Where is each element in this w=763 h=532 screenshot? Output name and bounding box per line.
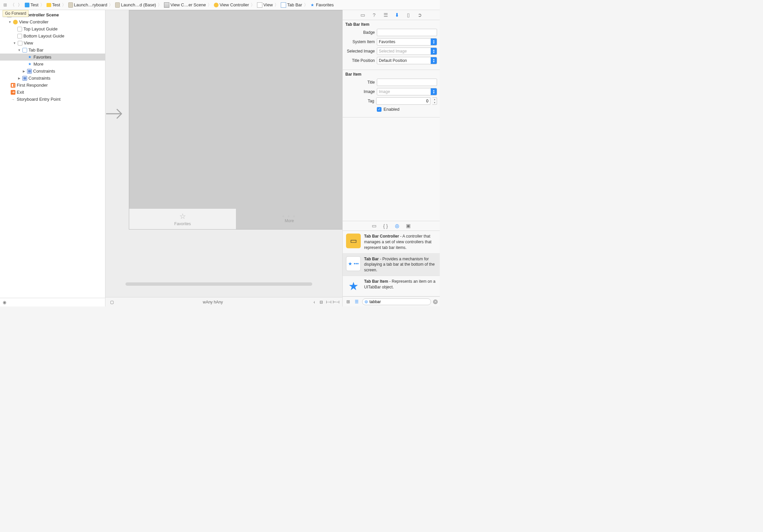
section-title: Bar Item: [345, 72, 437, 77]
title-field[interactable]: [377, 79, 437, 86]
canvas-footer: ▢ wAny hAny ⫞ ⊟ ⊦⊣ ⊢⊣: [105, 297, 342, 306]
first-responder-icon: ◧: [11, 83, 15, 88]
tag-stepper[interactable]: ▴▾: [432, 97, 437, 105]
tabbaritem-icon: ★: [346, 279, 361, 293]
section-title: Tab Bar Item: [345, 22, 437, 27]
title-label: Title: [345, 80, 375, 85]
library-item-tabbar[interactable]: ★ ••• Tab Bar - Provides a mechanism for…: [343, 254, 440, 276]
connections-inspector-icon[interactable]: ➲: [416, 12, 423, 18]
crumb-view[interactable]: View〉: [257, 2, 279, 8]
library-search[interactable]: ⊚: [362, 298, 431, 305]
outline-entry-point[interactable]: →Storyboard Entry Point: [0, 96, 105, 103]
attributes-inspector-icon[interactable]: ⬇: [394, 12, 400, 18]
library-search-input[interactable]: [369, 299, 429, 304]
outline-viewcontroller[interactable]: View Controller: [0, 18, 105, 25]
tag-field[interactable]: [376, 97, 430, 105]
library-tabs: ▭ { } ◎ ▣: [343, 221, 440, 231]
identity-inspector-icon[interactable]: ☰: [382, 12, 389, 18]
nav-forward-icon[interactable]: 〉: [17, 2, 23, 8]
selected-image-label: Selected Image: [345, 49, 375, 54]
related-items-icon[interactable]: ⊞: [2, 2, 8, 7]
chevron-updown-icon: ▴▾: [431, 88, 437, 95]
view-icon: [18, 41, 22, 46]
tabbar-thumb-icon: ★ •••: [346, 256, 361, 271]
exit-icon: ➔: [11, 90, 15, 95]
image-label: Image: [345, 89, 375, 94]
chevron-updown-icon: ▴▾: [431, 48, 437, 55]
file-template-tab-icon[interactable]: ▭: [371, 223, 377, 229]
enabled-checkbox[interactable]: ✓: [377, 107, 382, 112]
outline-favorites[interactable]: ★Favorites: [0, 54, 105, 61]
outline-constraints-inner[interactable]: ▦Constraints: [0, 68, 105, 75]
system-item-select[interactable]: Favorites ▴▾: [377, 38, 437, 46]
code-snippet-tab-icon[interactable]: { }: [382, 223, 389, 229]
library-grid-view-icon[interactable]: ⊞: [345, 299, 351, 304]
size-class-control[interactable]: wAny hAny: [115, 300, 310, 304]
outline-bottom-layout-guide[interactable]: Bottom Layout Guide: [0, 32, 105, 39]
crumb-scene[interactable]: View C…er Scene〉: [164, 2, 213, 8]
step-up-icon: ▴: [432, 98, 437, 101]
constraints-icon: ▦: [22, 76, 27, 81]
crumb-tabbar[interactable]: Tab Bar〉: [281, 2, 309, 8]
crumb-project[interactable]: Test〉: [25, 2, 45, 8]
outline-more[interactable]: ★More: [0, 61, 105, 68]
ib-canvas[interactable]: ☆ Favorites ○ ○ ○ More: [105, 10, 342, 297]
guide-icon: [17, 27, 22, 31]
library-footer: ⊞ ☰ ⊚ ✕: [343, 296, 440, 306]
library-list-view-icon[interactable]: ☰: [353, 299, 360, 304]
tab-bar-item-section: Tab Bar Item Badge System Item Favorites…: [343, 20, 440, 70]
library-item-tabbarcontroller[interactable]: ▭ Tab Bar Controller - A controller that…: [343, 231, 440, 253]
clear-search-icon[interactable]: ✕: [433, 299, 438, 304]
resolve-tool-icon[interactable]: ⊦⊣: [325, 300, 332, 304]
crumb-favorites[interactable]: Favorites: [310, 2, 334, 7]
outline-first-responder[interactable]: ◧First Responder: [0, 82, 105, 89]
outline-view[interactable]: View: [0, 39, 105, 47]
tabbar-icon: [22, 48, 27, 53]
enabled-label: Enabled: [384, 107, 400, 112]
viewcontroller-icon: [13, 20, 18, 24]
pin-tool-icon[interactable]: ⊟: [318, 300, 325, 304]
star-outline-icon: ☆: [179, 212, 186, 221]
file-inspector-icon[interactable]: ▭: [359, 12, 366, 18]
horizontal-scrollbar[interactable]: [125, 282, 312, 286]
chevron-updown-icon: ▴▾: [431, 57, 437, 64]
star-icon: ★: [27, 55, 32, 60]
bar-item-section: Bar Item Title Image Image ▴▾ Tag ▴▾: [343, 70, 440, 117]
breadcrumb: Test〉 Test〉 Launch…ryboard〉 Launch…d (Ba…: [25, 2, 438, 8]
document-outline: View Controller Scene View Controller To…: [0, 10, 105, 306]
title-position-select[interactable]: Default Position ▴▾: [377, 57, 437, 64]
filter-icon[interactable]: ◉: [3, 300, 6, 305]
crumb-file1[interactable]: Launch…ryboard〉: [68, 2, 114, 8]
crumb-viewcontroller[interactable]: View Controller〉: [214, 2, 256, 8]
crumb-file2[interactable]: Launch…d (Base)〉: [115, 2, 163, 8]
image-select[interactable]: Image ▴▾: [377, 88, 437, 95]
tabbar-preview: ☆ Favorites ○ ○ ○ More: [129, 208, 342, 229]
search-icon: ⊚: [364, 299, 368, 304]
align-tool-icon[interactable]: ⫞: [310, 300, 318, 304]
outline-top-layout-guide[interactable]: Top Layout Guide: [0, 25, 105, 32]
library-item-tabbaritem[interactable]: ★ Tab Bar Item - Represents an item on a…: [343, 276, 440, 296]
object-library-tab-icon[interactable]: ◎: [394, 223, 400, 229]
outline-exit[interactable]: ➔Exit: [0, 89, 105, 96]
toggle-outline-button[interactable]: ▢: [108, 300, 115, 304]
resize-tool-icon[interactable]: ⊢⊣: [332, 300, 340, 304]
size-inspector-icon[interactable]: ▯: [405, 12, 412, 18]
help-inspector-icon[interactable]: ?: [371, 12, 377, 18]
outline-tabbar[interactable]: Tab Bar: [0, 47, 105, 54]
crumb-folder[interactable]: Test〉: [47, 2, 67, 8]
tab-more[interactable]: ○ ○ ○ More: [236, 208, 342, 229]
canvas-area: ☆ Favorites ○ ○ ○ More ▢ wAny hAny: [105, 10, 343, 306]
badge-field[interactable]: [377, 29, 437, 36]
tag-label: Tag: [345, 99, 374, 103]
badge-label: Badge: [345, 30, 375, 35]
object-library-list: ▭ Tab Bar Controller - A controller that…: [343, 231, 440, 296]
tab-favorites[interactable]: ☆ Favorites: [129, 208, 236, 229]
selected-image-select[interactable]: Selected Image ▴▾: [377, 48, 437, 55]
media-library-tab-icon[interactable]: ▣: [405, 223, 412, 229]
entry-point-icon: →: [11, 97, 15, 102]
constraints-icon: ▦: [27, 69, 32, 74]
nav-back-icon[interactable]: 〈: [9, 2, 15, 8]
outline-constraints-outer[interactable]: ▦Constraints: [0, 75, 105, 82]
breadcrumb-bar: ⊞ 〈 〉 Test〉 Test〉 Launch…ryboard〉 Launch…: [0, 0, 440, 10]
viewcontroller-canvas[interactable]: ☆ Favorites ○ ○ ○ More: [129, 10, 342, 230]
